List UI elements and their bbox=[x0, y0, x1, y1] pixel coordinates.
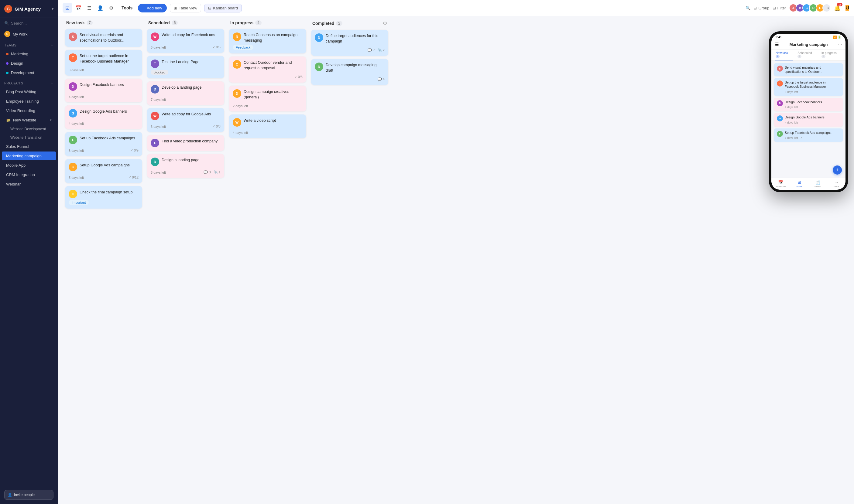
group-icon: ⊞ bbox=[753, 6, 757, 10]
card-days-google-copy: 6 days left bbox=[151, 125, 166, 128]
card-days-google-ads: 5 days left bbox=[69, 176, 84, 179]
sidebar-item-marketing[interactable]: Marketing bbox=[2, 50, 56, 58]
my-work-item[interactable]: U My work bbox=[0, 29, 58, 39]
phone-time: 9:41 bbox=[775, 36, 782, 39]
card-campaign-creatives[interactable]: D Design campaign creatives (general) 2 … bbox=[229, 86, 306, 111]
toolbar: ☑ 📅 ☰ 👤 ⚙ Tools + Add new ⊞ Table view ⊟… bbox=[58, 0, 854, 16]
card-fb-ads-campaigns[interactable]: F Set up Facebook Ads campaigns 8 days l… bbox=[65, 132, 142, 156]
phone-nav-notes[interactable]: 📄 Notes bbox=[808, 180, 827, 188]
column-settings-icon[interactable]: ⚙ bbox=[383, 20, 387, 26]
sidebar-item-crm[interactable]: CRM Integration bbox=[2, 170, 56, 179]
sidebar-item-design[interactable]: Design bbox=[2, 59, 56, 68]
teams-section-header: Teams + bbox=[0, 39, 58, 49]
card-title-google-copy: Write ad copy for Google Ads bbox=[162, 112, 221, 117]
phone-more-icon[interactable]: ··· bbox=[838, 42, 842, 47]
member-count[interactable]: +3 bbox=[822, 4, 831, 12]
sidebar-sub-website-dev[interactable]: Website Development bbox=[2, 125, 56, 133]
sidebar-item-marketing-campaign[interactable]: Marketing campaign bbox=[2, 151, 56, 160]
card-design-google-banners[interactable]: G Design Google Ads banners 4 days left bbox=[65, 105, 142, 129]
invite-people-button[interactable]: 👤 Invite people bbox=[4, 490, 53, 500]
card-days-target: 8 days left bbox=[69, 68, 84, 72]
phone-menu-icon[interactable]: ☰ bbox=[775, 42, 779, 47]
phone-bottom-nav: 📅 Schedule ⊞ Tasks 📄 Notes ··· More bbox=[771, 178, 846, 190]
card-messaging-draft[interactable]: D Develop campaign messaging draft 💬 4 bbox=[311, 59, 388, 85]
add-project-button[interactable]: + bbox=[50, 80, 53, 86]
card-define-audiences[interactable]: D Define target audiences for this campa… bbox=[311, 30, 388, 56]
phone-tab-in-progress[interactable]: In progress 4 bbox=[821, 50, 842, 60]
phone-card-1[interactable]: S Send visual materials and specificatio… bbox=[774, 63, 843, 76]
group-button[interactable]: ⊞ Group bbox=[753, 6, 769, 10]
card-write-google-copy[interactable]: W Write ad copy for Google Ads 6 days le… bbox=[147, 108, 224, 132]
card-final-setup[interactable]: C Check the final campaign setup Importa… bbox=[65, 186, 142, 209]
phone-card-2[interactable]: T Set up the target audience in Facebook… bbox=[774, 78, 843, 96]
card-title-messaging: Develop campaign messaging draft bbox=[326, 62, 385, 73]
card-find-video-company[interactable]: F Find a video production company bbox=[147, 135, 224, 151]
card-video-script[interactable]: W Write a video script 4 days left bbox=[229, 114, 306, 138]
user-profile-avatar[interactable]: U bbox=[846, 5, 849, 11]
settings-icon-btn[interactable]: ⚙ bbox=[106, 3, 116, 13]
add-new-button[interactable]: + Add new bbox=[138, 4, 167, 13]
filter-button[interactable]: ⊟ Filter bbox=[772, 6, 786, 10]
card-consensus[interactable]: R Reach Consensus on campaign messaging … bbox=[229, 29, 306, 53]
phone-nav-more-label: More bbox=[833, 185, 839, 188]
org-name: GIM Agency bbox=[15, 6, 41, 12]
add-team-button[interactable]: + bbox=[50, 42, 53, 48]
phone-card-3[interactable]: D Design Facebook banners 4 days left bbox=[774, 98, 843, 111]
phone-fab-button[interactable]: + bbox=[833, 165, 842, 175]
sub-label-website-trans: Website Translation bbox=[10, 136, 42, 140]
card-design-fb-banners[interactable]: D Design Facebook banners 4 days left bbox=[65, 79, 142, 102]
tasks-nav-icon: ⊞ bbox=[798, 180, 801, 185]
person-icon-btn[interactable]: 👤 bbox=[95, 3, 105, 13]
calendar-icon-btn[interactable]: 📅 bbox=[73, 3, 83, 13]
kanban-view-button[interactable]: ⊟ Kanban board bbox=[204, 4, 242, 13]
sidebar-item-development[interactable]: Development bbox=[2, 68, 56, 77]
sidebar-item-sales-funnel[interactable]: Sales Funnel bbox=[2, 142, 56, 151]
card-write-fb-copy[interactable]: W Write ad copy for Facebook ads 6 days … bbox=[147, 29, 224, 53]
card-avatar-send-materials: S bbox=[69, 33, 77, 41]
phone-nav-tasks[interactable]: ⊞ Tasks bbox=[790, 180, 808, 188]
card-develop-landing[interactable]: D Develop a landing page 7 days left bbox=[147, 82, 224, 105]
phone-tab-scheduled[interactable]: Scheduled 6 bbox=[797, 50, 817, 60]
card-title-creatives: Design campaign creatives (general) bbox=[244, 89, 302, 100]
card-avatar-creatives: D bbox=[233, 89, 241, 98]
column-count-completed: 2 bbox=[336, 21, 343, 26]
list-icon-btn[interactable]: ☰ bbox=[85, 3, 94, 13]
sidebar-logo[interactable]: G GIM Agency ▾ bbox=[0, 0, 58, 18]
card-avatar-consensus: R bbox=[233, 33, 241, 41]
card-google-ads-campaigns[interactable]: G Setup Google Ads campaigns 5 days left… bbox=[65, 159, 142, 183]
phone-nav-schedule[interactable]: 📅 Schedule bbox=[771, 180, 790, 188]
invite-label: Invite people bbox=[14, 493, 35, 497]
sub-label-website-dev: Website Development bbox=[10, 127, 46, 131]
card-test-landing[interactable]: T Test the Landing Page blocked bbox=[147, 56, 224, 78]
tag-important: Important bbox=[69, 200, 89, 205]
sidebar-sub-website-trans[interactable]: Website Translation bbox=[2, 133, 56, 142]
sidebar-item-video-recording[interactable]: Video Recording bbox=[2, 106, 56, 115]
card-title-google-banners: Design Google Ads banners bbox=[80, 109, 139, 114]
projects-label: Projects bbox=[4, 82, 23, 85]
card-outdoor-vendor[interactable]: C Contact Ourdoor vendor and request a p… bbox=[229, 56, 306, 83]
sidebar-item-employee-training[interactable]: Employee Training bbox=[2, 97, 56, 106]
sidebar-item-mobile-app[interactable]: Mobile App bbox=[2, 161, 56, 170]
phone-card-5[interactable]: F Set up Facebook Ads campaigns 8 days l… bbox=[774, 128, 843, 142]
sidebar-item-webinar[interactable]: Webinar bbox=[2, 180, 56, 188]
phone-tab-new-task[interactable]: New task 7 bbox=[775, 50, 793, 60]
card-target-audience[interactable]: T Set up the target audience in Facebook… bbox=[65, 50, 142, 76]
phone-card-4[interactable]: G Design Google Ads banners 4 days left bbox=[774, 113, 843, 127]
card-design-landing[interactable]: D Design a landing page 3 days left 💬 3 … bbox=[147, 154, 224, 178]
team-label-design: Design bbox=[11, 61, 23, 66]
sidebar-item-new-website[interactable]: 📁 New Website ▾ bbox=[2, 116, 56, 125]
filter-label: Filter bbox=[778, 6, 786, 10]
card-title-google-ads: Setup Google Ads campaigns bbox=[80, 163, 139, 168]
tasks-icon-btn[interactable]: ☑ bbox=[63, 3, 72, 13]
search-button[interactable]: 🔍 bbox=[746, 6, 750, 10]
sidebar-item-blog-post[interactable]: Blog Post Writing bbox=[2, 87, 56, 96]
project-label-crm: CRM Integration bbox=[6, 173, 35, 177]
notification-button[interactable]: 🔔 15 bbox=[834, 4, 841, 11]
table-view-button[interactable]: ⊞ Table view bbox=[170, 4, 201, 13]
search-bar[interactable]: 🔍 Search... bbox=[0, 18, 58, 29]
folder-icon: 📁 bbox=[6, 118, 11, 122]
phone-nav-more[interactable]: ··· More bbox=[827, 180, 846, 188]
card-send-materials[interactable]: S Send visual materials and specificatio… bbox=[65, 29, 142, 47]
card-days-develop-landing: 7 days left bbox=[151, 98, 166, 102]
card-title-define-audiences: Define target audiences for this campaig… bbox=[326, 33, 385, 44]
